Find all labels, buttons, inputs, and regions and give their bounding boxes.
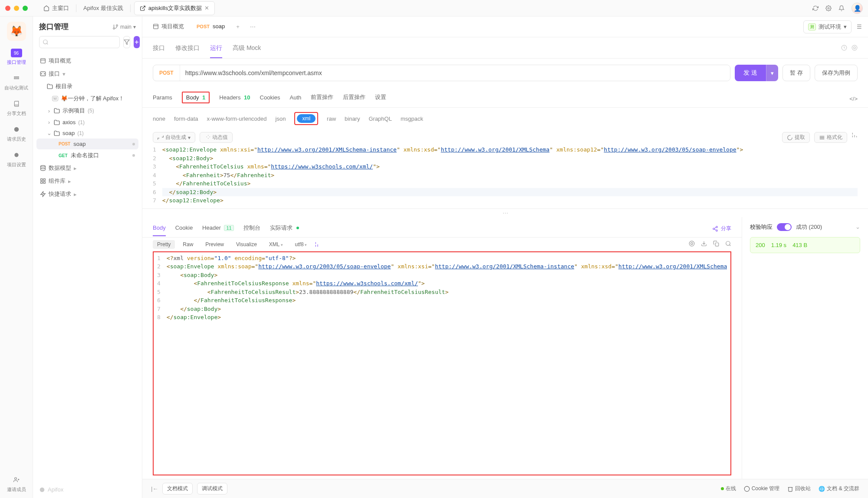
copy-icon[interactable] [713, 241, 719, 248]
user-avatar[interactable]: 👤 [852, 3, 863, 14]
resp-tab-actual[interactable]: 实际请求 [270, 221, 299, 237]
panel-resize-handle[interactable]: ⋯ [142, 208, 868, 217]
sliders-icon[interactable] [315, 241, 321, 247]
rail-item-history[interactable]: 请求历史 [7, 125, 26, 142]
tab-more-button[interactable]: ⋯ [245, 20, 261, 33]
search-icon[interactable] [725, 241, 731, 248]
search-input[interactable] [39, 36, 120, 48]
tree-api-2[interactable]: GET 未命名接口 [36, 149, 138, 162]
rail-item-settings[interactable]: 项目设置 [7, 150, 26, 168]
subtab-interface[interactable]: 接口 [153, 41, 165, 58]
branch-selector[interactable]: main ▾ [112, 24, 136, 30]
extract-button[interactable]: 提取 [782, 132, 810, 143]
add-button[interactable] [134, 36, 140, 48]
btype-graphql[interactable]: GraphQL [368, 115, 391, 123]
bell-icon[interactable] [838, 5, 845, 11]
btype-none[interactable]: none [153, 115, 165, 123]
resp-tab-header[interactable]: Header 11 [202, 221, 234, 236]
tree-overview[interactable]: 项目概览 [36, 54, 138, 67]
reqtab-cookies[interactable]: Cookies [260, 91, 280, 107]
format-button[interactable]: 格式化 [814, 132, 847, 143]
btype-xml[interactable]: xml [294, 112, 318, 125]
doc-mode-button[interactable]: 文档模式 [162, 483, 193, 495]
reqtab-post[interactable]: 后置操作 [343, 90, 365, 107]
tree-components[interactable]: 组件库 ▸ [36, 175, 138, 188]
resp-tab-body[interactable]: Body [153, 221, 166, 236]
minimize-window-icon[interactable] [14, 6, 19, 11]
rail-item-autotest[interactable]: 自动化测试 [4, 73, 28, 91]
subtab-mock[interactable]: 高级 Mock [233, 41, 261, 58]
reqtab-body[interactable]: Body 1 [182, 92, 210, 103]
titlebar-tab-2-active[interactable]: apiskills文章实践数据 ✕ [134, 1, 215, 15]
reqtab-params[interactable]: Params [153, 91, 172, 107]
btype-binary[interactable]: binary [345, 115, 360, 123]
download-icon[interactable] [701, 241, 707, 248]
reqtab-pre[interactable]: 前置操作 [311, 90, 333, 107]
view-raw[interactable]: Raw [178, 240, 197, 249]
request-body-editor[interactable]: 1234567 <soap12:Envelope xmlns:xsi="http… [142, 145, 868, 208]
tree-folder-2[interactable]: › axios (1) [36, 117, 138, 128]
tree-md-item[interactable]: M 🦊一分钟，了解 Apifox！ [36, 92, 138, 105]
auto-gen-button[interactable]: 自动生成 ▾ [153, 132, 195, 143]
tab-add-button[interactable]: + [231, 20, 245, 33]
method-selector[interactable]: POST [153, 65, 180, 81]
save-temp-button[interactable]: 暂 存 [783, 65, 810, 81]
tree-data-model[interactable]: 数据模型 ▸ [36, 162, 138, 175]
trash-button[interactable]: 回收站 [787, 485, 811, 492]
send-dropdown-button[interactable]: ▾ [766, 65, 778, 81]
save-case-button[interactable]: 保存为用例 [815, 65, 858, 81]
tree-folder-3[interactable]: ⌄ soap (1) [36, 128, 138, 139]
subtab-run[interactable]: 运行 [210, 41, 222, 58]
rail-item-invite[interactable]: 邀请成员 [7, 475, 26, 493]
tab-overview[interactable]: 项目概览 [147, 17, 190, 36]
response-body-editor[interactable]: 12345678 <?xml version="1.0" encoding="u… [153, 251, 731, 476]
send-button[interactable]: 发 送 [735, 65, 766, 81]
subtab-edit[interactable]: 修改接口 [175, 41, 200, 58]
timer-icon[interactable] [841, 45, 847, 51]
btype-formdata[interactable]: form-data [174, 115, 198, 123]
reqtab-settings[interactable]: 设置 [375, 90, 386, 107]
close-window-icon[interactable] [5, 6, 10, 11]
project-logo[interactable]: 🦊 [7, 22, 26, 41]
dynamic-button[interactable]: 动态值 [200, 132, 233, 143]
cookie-mgmt-button[interactable]: Cookie 管理 [744, 485, 780, 492]
menu-button[interactable]: ☰ [855, 22, 864, 32]
tree-api-1[interactable]: POST soap [36, 139, 138, 149]
validate-toggle[interactable] [777, 223, 792, 231]
tree-root-folder[interactable]: 根目录 [36, 80, 138, 92]
target-icon[interactable] [852, 45, 858, 51]
btype-raw[interactable]: raw [327, 115, 336, 123]
code-icon[interactable]: </> [849, 96, 858, 102]
tree-quick-request[interactable]: 快捷请求 ▸ [36, 188, 138, 201]
encoding-selector[interactable]: utf8 [291, 240, 311, 249]
btype-json[interactable]: json [276, 115, 286, 123]
main-window-button[interactable]: 主窗口 [38, 3, 74, 14]
btype-msgpack[interactable]: msgpack [401, 115, 423, 123]
refresh-icon[interactable] [812, 5, 819, 11]
tree-folder-1[interactable]: › 示例项目 (5) [36, 105, 138, 117]
locate-icon[interactable] [689, 241, 695, 248]
resp-tab-cookie[interactable]: Cookie [175, 221, 193, 236]
online-status[interactable]: 在线 [721, 485, 736, 492]
collapse-icon[interactable]: |← [151, 485, 158, 492]
view-pretty[interactable]: Pretty [153, 240, 175, 249]
community-button[interactable]: 🌐 文档 & 交流群 [819, 485, 859, 492]
resp-tab-console[interactable]: 控制台 [243, 221, 260, 237]
share-button[interactable]: 分享 [712, 225, 731, 232]
reqtab-auth[interactable]: Auth [290, 91, 302, 107]
reqtab-headers[interactable]: Headers 10 [219, 91, 250, 107]
settings-icon[interactable] [852, 132, 858, 138]
environment-selector[interactable]: 测 测试环境 ▾ [803, 20, 852, 33]
debug-mode-button[interactable]: 调试模式 [197, 483, 227, 495]
btype-urlencoded[interactable]: x-www-form-urlencoded [207, 115, 267, 123]
rail-item-api[interactable]: 96 接口管理 [7, 49, 26, 66]
tree-api-root[interactable]: 接口 ▾ [36, 67, 138, 80]
gear-icon[interactable] [825, 5, 832, 11]
url-input[interactable] [180, 65, 730, 81]
format-selector[interactable]: XML [265, 240, 287, 249]
close-tab-icon[interactable]: ✕ [204, 5, 209, 11]
titlebar-tab-1[interactable]: Apifox 最佳实践 [78, 3, 128, 14]
view-preview[interactable]: Preview [201, 240, 228, 249]
chevron-down-icon[interactable]: ⌄ [855, 224, 860, 230]
filter-button[interactable] [123, 36, 130, 48]
